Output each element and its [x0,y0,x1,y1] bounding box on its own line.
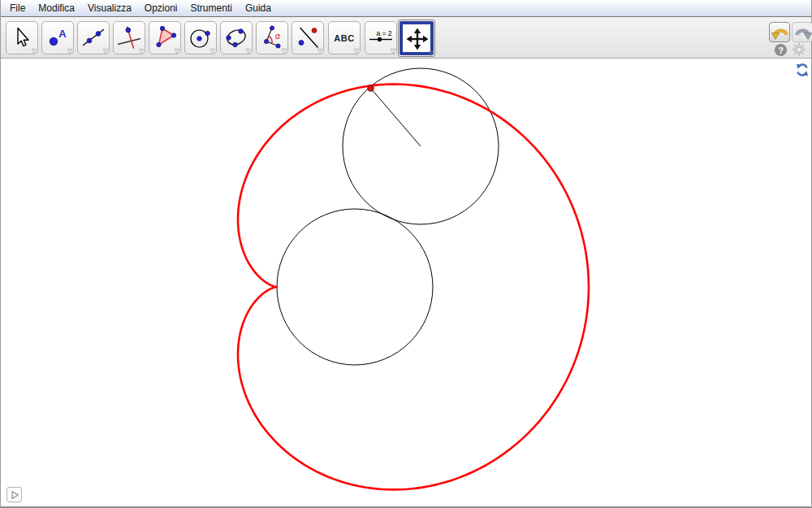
play-triangle-icon [10,490,19,500]
radius-segment[interactable] [371,89,421,147]
tool-text[interactable]: ABC ▽ [328,21,361,54]
tool-line[interactable]: ▽ [77,21,110,54]
tool-ellipse[interactable]: ▽ [220,21,253,54]
tool-point[interactable]: A ▽ [41,21,74,54]
tool-dropdown-icon[interactable]: ▽ [103,48,108,54]
menu-visualizza[interactable]: Visualizza [81,0,138,17]
tool-move[interactable]: ▽ [6,21,38,54]
undo-button[interactable] [769,22,790,42]
svg-text:A: A [58,28,67,40]
tool-dropdown-icon[interactable]: ▽ [32,48,37,54]
tool-dropdown-icon[interactable]: ▽ [139,48,144,54]
tool-move-graphics-view[interactable]: ▽ [398,20,435,57]
menu-file[interactable]: File [3,0,32,17]
animation-play-button[interactable] [6,487,22,502]
menu-modifica[interactable]: Modifica [32,0,81,17]
graphics-view[interactable] [1,59,811,508]
menu-bar: File Modifica Visualizza Opzioni Strumen… [1,0,811,17]
help-button[interactable]: ? [773,43,788,58]
tool-dropdown-icon[interactable]: ▽ [354,48,359,54]
settings-button[interactable] [792,42,806,57]
undo-arrow-icon [771,24,790,41]
tool-dropdown-icon[interactable]: ▽ [391,48,395,54]
tool-dropdown-icon[interactable]: ▽ [429,50,434,57]
construction-scene [1,59,811,506]
tool-circle-center-point[interactable]: ▽ [184,21,217,54]
svg-text:α: α [275,32,280,41]
trace-point[interactable] [368,85,374,91]
redo-button[interactable] [792,22,812,42]
tool-angle[interactable]: α ▽ [256,21,288,54]
refresh-cycle-icon [795,63,810,77]
svg-text:a = 2: a = 2 [376,29,391,37]
svg-text:?: ? [778,46,784,55]
tool-perpendicular-line[interactable]: ▽ [113,21,145,54]
menu-opzioni[interactable]: Opzioni [138,0,184,17]
tool-dropdown-icon[interactable]: ▽ [246,48,251,54]
reset-view-button[interactable] [795,63,810,77]
tool-dropdown-icon[interactable]: ▽ [175,48,179,54]
help-icon: ? [774,43,788,57]
tool-dropdown-icon[interactable]: ▽ [282,48,287,54]
redo-arrow-icon [793,24,812,41]
gear-icon [792,42,806,57]
move-view-arrows-icon [404,26,430,52]
tool-slider[interactable]: a = 2 ▽ [365,21,397,54]
svg-text:ABC: ABC [334,33,354,43]
tool-polygon[interactable]: ▽ [149,21,181,54]
menu-guida[interactable]: Guida [239,0,278,17]
tool-dropdown-icon[interactable]: ▽ [317,48,322,54]
fixed-circle[interactable] [277,209,433,365]
tool-dropdown-icon[interactable]: ▽ [210,48,215,54]
tool-dropdown-icon[interactable]: ▽ [67,48,72,54]
geogebra-window: File Modifica Visualizza Opzioni Strumen… [0,0,812,508]
toolbar: ▽ A ▽ ▽ ▽ [1,17,811,59]
cardioid-curve[interactable] [238,85,589,490]
tool-reflection[interactable]: ▽ [292,21,324,54]
menu-strumenti[interactable]: Strumenti [184,0,239,17]
